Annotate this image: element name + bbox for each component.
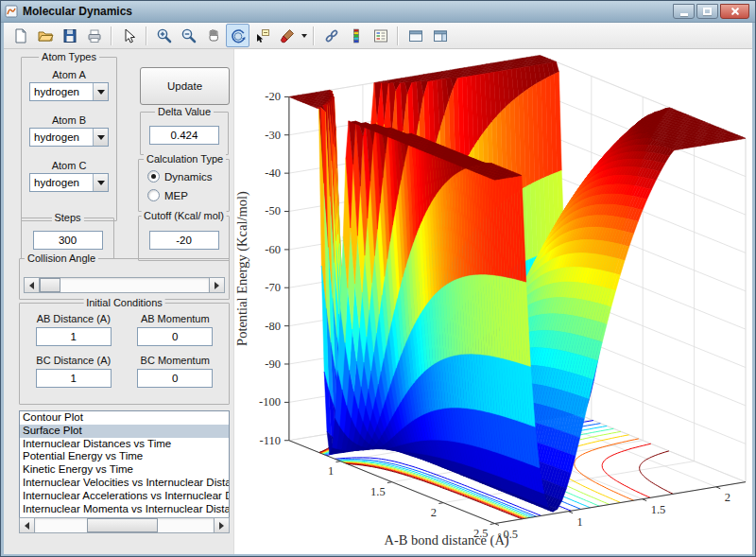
scrollbar-track[interactable] <box>35 518 214 532</box>
dropdown-arrow-icon[interactable] <box>93 129 108 146</box>
update-button[interactable]: Update <box>140 67 230 105</box>
svg-text:1.5: 1.5 <box>651 503 666 516</box>
print-icon <box>86 27 103 44</box>
bc-distance-field[interactable] <box>36 369 112 388</box>
list-item[interactable]: Internuclear Momenta vs Internuclear Dis… <box>20 503 229 516</box>
scrollbar-right-arrow[interactable] <box>214 518 229 532</box>
scrollbar-left-arrow[interactable] <box>20 518 35 532</box>
list-item[interactable]: Surface Plot <box>20 425 229 438</box>
steps-title: Steps <box>51 212 83 223</box>
svg-text:2: 2 <box>431 506 437 519</box>
radio-dynamics[interactable]: Dynamics <box>147 170 229 183</box>
atom-c-label: Atom C <box>22 160 116 171</box>
right-triangle-icon <box>215 282 219 289</box>
brush-dropdown-arrow[interactable] <box>300 25 308 46</box>
list-item[interactable]: Potential Energy vs Time <box>20 450 229 463</box>
toolbar-zoom-out[interactable] <box>177 24 200 47</box>
slider-right-arrow[interactable] <box>209 278 224 292</box>
toolbar-separator <box>313 26 315 45</box>
svg-text:-110: -110 <box>260 434 281 447</box>
list-item[interactable]: Internuclear Distances vs Time <box>20 438 229 451</box>
figure-content: Atom Types Atom A hydrogen Atom B hydrog… <box>4 49 752 554</box>
slider-thumb[interactable] <box>40 278 60 292</box>
surface-plot[interactable]: -110-100-90-80-70-60-50-40-30-2011.522.5… <box>234 49 752 554</box>
slider-left-arrow[interactable] <box>25 278 40 292</box>
svg-text:-50: -50 <box>265 204 281 218</box>
figure-body: Atom Types Atom A hydrogen Atom B hydrog… <box>4 23 752 554</box>
delta-value-field[interactable] <box>149 126 219 145</box>
toolbar-insert-legend[interactable] <box>369 24 392 47</box>
steps-field[interactable] <box>33 231 103 250</box>
insert-legend-icon <box>372 27 389 44</box>
ab-distance-field[interactable] <box>36 327 112 346</box>
dropdown-arrow-icon[interactable] <box>93 174 108 191</box>
slider-track[interactable] <box>40 278 209 292</box>
toolbar-save-figure[interactable] <box>58 24 81 47</box>
toolbar-link-plot[interactable] <box>319 24 343 47</box>
calculation-type-panel: Calculation Type Dynamics MEP <box>138 159 230 212</box>
svg-text:-80: -80 <box>265 320 281 333</box>
scrollbar-thumb[interactable] <box>87 518 158 532</box>
atom-c-dropdown[interactable]: hydrogen <box>29 173 109 192</box>
app-icon <box>5 5 18 18</box>
list-item[interactable]: Contour Plot <box>20 411 229 425</box>
toolbar-brush-data[interactable] <box>275 24 299 47</box>
hide-plot-tools-icon <box>407 27 424 44</box>
plot-list[interactable]: Contour Plot Surface Plot Internuclear D… <box>19 410 230 533</box>
radio-button-icon <box>147 170 160 183</box>
titlebar[interactable]: Molecular Dynamics <box>1 1 755 23</box>
cutoff-field[interactable] <box>149 231 219 250</box>
collision-angle-panel: Collision Angle <box>19 258 230 300</box>
svg-text:1.5: 1.5 <box>370 485 386 498</box>
radio-button-icon <box>147 189 160 201</box>
left-triangle-icon <box>29 282 34 289</box>
ab-momentum-label: AB Momentum <box>141 313 210 324</box>
list-item[interactable]: Internuclear Velocities vs Internuclear … <box>20 477 229 490</box>
close-icon <box>730 7 740 16</box>
toolbar-separator <box>111 26 112 45</box>
toolbar-hide-plot-tools[interactable] <box>404 24 427 47</box>
plot-list-rows: Contour Plot Surface Plot Internuclear D… <box>20 411 229 516</box>
toolbar-insert-colorbar[interactable] <box>344 24 368 47</box>
svg-text:-70: -70 <box>265 281 281 294</box>
toolbar-rotate-3d[interactable] <box>226 24 249 47</box>
link-plot-icon <box>323 27 340 44</box>
svg-text:-20: -20 <box>265 90 281 103</box>
caption-buttons <box>673 4 751 19</box>
ab-momentum-field[interactable] <box>137 327 213 346</box>
delta-value-title: Delta Value <box>155 106 214 117</box>
toolbar-new-file[interactable] <box>9 24 32 47</box>
minimize-icon <box>680 13 688 16</box>
radio-mep[interactable]: MEP <box>147 189 229 201</box>
list-item[interactable]: Internuclear Accelerations vs Internucle… <box>20 490 229 503</box>
close-button[interactable] <box>720 4 749 19</box>
toolbar-edit-plot[interactable] <box>117 24 141 47</box>
left-triangle-icon <box>25 522 29 530</box>
atom-b-dropdown[interactable]: hydrogen <box>29 128 109 147</box>
zoom-out-icon <box>180 27 198 44</box>
right-triangle-icon <box>219 522 224 530</box>
toolbar-pan[interactable] <box>201 24 225 47</box>
minimize-button[interactable] <box>673 4 695 19</box>
maximize-icon <box>703 8 712 15</box>
toolbar-show-plot-tools[interactable] <box>428 24 452 47</box>
svg-text:2: 2 <box>725 491 730 504</box>
maximize-button[interactable] <box>696 4 718 19</box>
new-file-icon <box>12 27 29 44</box>
x-axis-label: A-B bond distance (Å) <box>384 532 508 548</box>
toolbar-data-cursor[interactable] <box>250 24 274 47</box>
atom-b-label: Atom B <box>22 114 116 126</box>
bc-momentum-field[interactable] <box>137 369 213 388</box>
svg-text:-90: -90 <box>265 357 281 371</box>
plot-list-hscrollbar[interactable] <box>19 517 230 533</box>
collision-angle-slider[interactable] <box>24 277 225 293</box>
toolbar-print-figure[interactable] <box>82 24 106 47</box>
zoom-in-icon <box>156 27 173 44</box>
toolbar-open-file[interactable] <box>33 24 57 47</box>
list-item[interactable]: Kinetic Energy vs Time <box>20 463 229 477</box>
atom-a-dropdown[interactable]: hydrogen <box>29 82 109 101</box>
atom-a-label: Atom A <box>22 69 116 80</box>
toolbar-zoom-in[interactable] <box>152 24 176 47</box>
dropdown-arrow-icon[interactable] <box>93 83 108 100</box>
data-cursor-icon <box>254 27 271 44</box>
